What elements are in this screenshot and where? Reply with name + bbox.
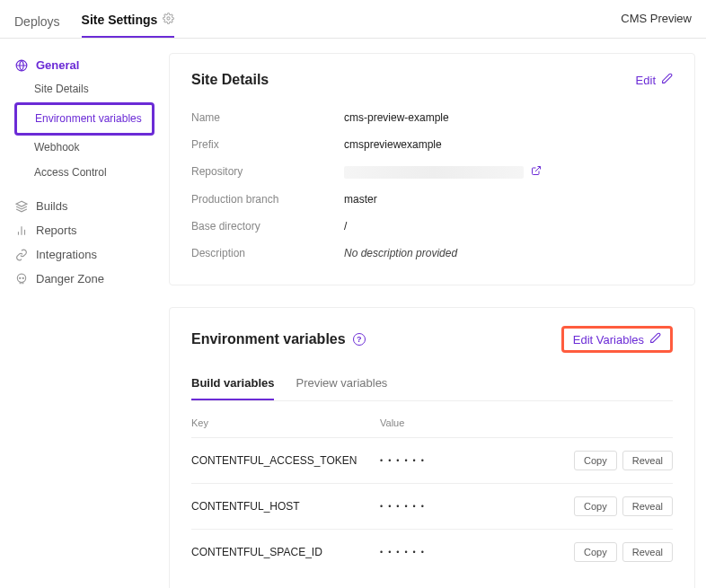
env-var-key: CONTENTFUL_ACCESS_TOKEN (191, 454, 380, 467)
detail-value (344, 165, 542, 179)
detail-value: cmspreviewexample (344, 138, 442, 151)
detail-value: cms-preview-example (344, 111, 449, 124)
env-var-masked-value: •••••• (380, 502, 574, 511)
chart-icon (14, 224, 29, 237)
tab-deploys[interactable]: Deploys (14, 9, 60, 38)
external-link-icon[interactable] (531, 165, 542, 179)
link-icon (14, 249, 29, 261)
env-var-row: CONTENTFUL_ACCESS_TOKEN •••••• Copy Reve… (191, 437, 673, 483)
layers-icon (14, 200, 29, 213)
detail-label: Name (191, 111, 344, 124)
reveal-button[interactable]: Reveal (622, 451, 673, 470)
env-var-key: CONTENTFUL_SPACE_ID (191, 546, 380, 558)
detail-row-repository: Repository (191, 158, 673, 186)
sidebar-item-access-control[interactable]: Access Control (11, 161, 154, 186)
copy-button[interactable]: Copy (574, 496, 617, 516)
sidebar-general[interactable]: General (11, 53, 154, 77)
copy-button[interactable]: Copy (574, 542, 617, 562)
detail-row-name: Name cms-preview-example (191, 104, 673, 131)
detail-label: Production branch (191, 193, 344, 206)
top-tabs: Deploys Site Settings CMS Preview (0, 0, 706, 39)
svg-point-7 (20, 277, 21, 278)
env-var-row: CONTENTFUL_HOST •••••• Copy Reveal (191, 483, 673, 529)
cms-preview-label: CMS Preview (621, 12, 692, 34)
sidebar-builds[interactable]: Builds (11, 194, 154, 218)
gear-icon (163, 13, 174, 27)
site-details-title: Site Details (191, 72, 269, 88)
edit-variables-highlight: Edit Variables (561, 326, 673, 353)
sidebar-integrations-label: Integrations (36, 248, 97, 261)
detail-row-description: Description No description provided (191, 240, 673, 267)
detail-value: No description provided (344, 247, 457, 259)
env-var-key: CONTENTFUL_HOST (191, 500, 380, 513)
detail-label: Description (191, 247, 344, 259)
svg-line-9 (535, 167, 541, 172)
tab-site-settings-label: Site Settings (82, 13, 158, 27)
sidebar-general-label: General (36, 58, 79, 72)
env-var-tabs: Build variables Preview variables (191, 369, 673, 401)
globe-icon (14, 59, 29, 72)
sidebar-item-env-vars[interactable]: Environment variables (14, 102, 154, 136)
detail-label: Base directory (191, 220, 344, 233)
copy-button[interactable]: Copy (574, 451, 617, 470)
edit-site-details-button[interactable]: Edit (636, 73, 673, 87)
skull-icon (14, 273, 29, 285)
reveal-button[interactable]: Reveal (622, 542, 673, 562)
tab-site-settings[interactable]: Site Settings (82, 7, 175, 38)
edit-variables-label: Edit Variables (573, 333, 644, 347)
env-vars-title: Environment variables (191, 331, 346, 347)
site-details-card: Site Details Edit Name cms-preview-examp… (169, 53, 695, 285)
edit-label: Edit (636, 74, 656, 87)
env-var-masked-value: •••••• (380, 456, 574, 465)
detail-row-basedir: Base directory / (191, 213, 673, 240)
tab-build-variables[interactable]: Build variables (191, 369, 274, 400)
repository-redacted (344, 166, 524, 179)
help-icon[interactable]: ? (353, 333, 366, 346)
tab-preview-variables[interactable]: Preview variables (296, 369, 387, 400)
svg-point-6 (17, 274, 25, 282)
detail-row-branch: Production branch master (191, 186, 673, 213)
edit-variables-button[interactable]: Edit Variables (573, 332, 661, 347)
sidebar-builds-label: Builds (36, 199, 67, 213)
sidebar-danger-label: Danger Zone (36, 272, 104, 285)
col-key-header: Key (191, 417, 380, 428)
detail-label: Prefix (191, 138, 344, 151)
pencil-icon (661, 73, 673, 87)
sidebar-integrations[interactable]: Integrations (11, 242, 154, 267)
sidebar-danger-zone[interactable]: Danger Zone (11, 267, 154, 291)
sidebar: General Site Details Environment variabl… (11, 53, 154, 588)
detail-label: Repository (191, 165, 344, 179)
env-var-table-header: Key Value (191, 408, 673, 437)
svg-point-8 (22, 277, 23, 278)
col-value-header: Value (380, 417, 673, 428)
sidebar-item-webhook[interactable]: Webhook (11, 136, 154, 161)
detail-value: / (344, 220, 347, 233)
env-var-masked-value: •••••• (380, 548, 574, 557)
pencil-icon (649, 332, 661, 347)
env-vars-card: Environment variables ? Edit Variables B… (169, 307, 695, 588)
svg-point-0 (167, 17, 170, 20)
env-var-row: CONTENTFUL_SPACE_ID •••••• Copy Reveal (191, 529, 673, 575)
sidebar-reports[interactable]: Reports (11, 218, 154, 242)
svg-marker-2 (16, 201, 27, 206)
sidebar-reports-label: Reports (36, 224, 77, 237)
detail-value: master (344, 193, 377, 206)
reveal-button[interactable]: Reveal (622, 496, 673, 516)
sidebar-item-site-details[interactable]: Site Details (11, 77, 154, 102)
detail-row-prefix: Prefix cmspreviewexample (191, 131, 673, 158)
